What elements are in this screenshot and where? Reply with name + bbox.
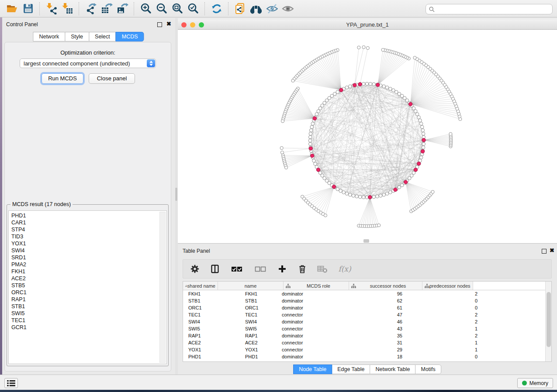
mcds-result-group: MCDS result (17 nodes) PHD1 CAR1 STP4 TI… — [7, 204, 169, 366]
mcds-result-item[interactable]: PMA2 — [9, 261, 166, 268]
table-panel-tab[interactable]: Network Table — [370, 364, 416, 374]
delete-table-button[interactable] — [317, 263, 328, 275]
function-builder-button[interactable]: f(x) — [337, 263, 353, 275]
float-panel-icon[interactable] — [157, 22, 162, 27]
export-image-button[interactable] — [114, 2, 130, 16]
show-panels-menu-button[interactable] — [4, 378, 18, 388]
zoom-in-button[interactable] — [138, 2, 154, 16]
column-header[interactable]: successor nodes — [349, 282, 422, 290]
mcds-result-item[interactable]: PHD1 — [9, 212, 166, 219]
search-input[interactable] — [437, 6, 543, 13]
new-network-from-selection-button[interactable] — [232, 2, 248, 16]
first-neighbors-button[interactable] — [248, 2, 264, 16]
memory-button[interactable]: Memory — [517, 378, 553, 388]
export-image-icon — [116, 3, 128, 14]
network-search-field[interactable] — [426, 4, 553, 14]
mcds-result-list[interactable]: PHD1 CAR1 STP4 TID3 YOX1 SWI4 SRD1 — [8, 210, 167, 364]
show-all-button[interactable] — [280, 2, 295, 16]
mcds-result-item[interactable]: STB1 — [9, 303, 166, 310]
mcds-result-item[interactable]: RAP1 — [9, 296, 166, 303]
cell-shared-name: RAP1 — [183, 333, 242, 338]
column-header-label: shared name — [187, 283, 215, 289]
save-session-button[interactable] — [20, 2, 36, 16]
column-header[interactable]: MCDS role — [284, 282, 349, 290]
import-network-button[interactable] — [44, 2, 59, 16]
delete-table-icon — [317, 265, 328, 273]
list-scrollbar-track[interactable] — [159, 212, 166, 363]
tab-label: Network — [39, 34, 59, 40]
cell-name: SWI5 — [242, 326, 277, 331]
table-row[interactable]: ORC1 ORC1 dominator 61 0 — [183, 304, 551, 311]
column-header[interactable]: shared name — [183, 282, 218, 290]
select-all-columns-button[interactable] — [229, 263, 244, 275]
mcds-result-item[interactable]: SWI4 — [9, 247, 166, 254]
table-scrollbar-track[interactable] — [545, 282, 551, 361]
table-row[interactable]: SWI4 SWI4 dominator 46 2 — [183, 318, 551, 325]
control-panel-tab[interactable]: Network — [33, 32, 65, 41]
mcds-result-item[interactable]: STB5 — [9, 282, 166, 289]
table-row[interactable]: RAP1 RAP1 dominator 35 2 — [183, 332, 551, 339]
export-network-button[interactable] — [83, 2, 99, 16]
mcds-result-item[interactable]: ACE2 — [9, 275, 166, 282]
cell-mcds-role: dominator — [277, 319, 342, 324]
mcds-result-item[interactable]: SWI5 — [9, 310, 166, 317]
mcds-result-item[interactable]: TEC1 — [9, 317, 166, 324]
cell-predecessor-nodes: 2 — [408, 333, 481, 338]
mcds-result-item[interactable]: YOX1 — [9, 240, 166, 247]
mcds-result-item[interactable]: GCR1 — [9, 324, 166, 331]
close-panel-icon[interactable]: ✖ — [166, 21, 171, 28]
table-row[interactable]: ACE2 ACE2 connector 31 1 — [183, 339, 551, 346]
mcds-result-item[interactable]: TID3 — [9, 233, 166, 240]
refresh-button[interactable] — [209, 2, 225, 16]
mcds-result-item[interactable]: ORC1 — [9, 289, 166, 296]
table-panel-tab[interactable]: Node Table — [293, 364, 332, 374]
unselect-all-columns-button[interactable] — [253, 263, 268, 275]
cell-mcds-role: connector — [277, 340, 342, 345]
create-column-button[interactable] — [277, 263, 288, 275]
control-panel-tab[interactable]: Style — [65, 32, 89, 41]
mcds-result-item[interactable]: FKH1 — [9, 268, 166, 275]
delete-column-button[interactable] — [297, 263, 308, 275]
zoom-out-button[interactable] — [154, 2, 170, 16]
show-column-panel-button[interactable] — [209, 263, 221, 275]
table-settings-button[interactable] — [189, 263, 201, 275]
control-panel-tab[interactable]: MCDS — [116, 32, 144, 41]
table-panel-tab[interactable]: Motifs — [415, 364, 441, 374]
network-graph[interactable] — [178, 30, 557, 243]
close-panel-icon[interactable]: ✖ — [550, 247, 554, 254]
zoom-selected-button[interactable] — [185, 2, 201, 16]
zoom-fit-button[interactable] — [170, 2, 185, 16]
gear-icon — [190, 264, 200, 274]
run-mcds-button[interactable]: Run MCDS — [42, 73, 83, 84]
float-panel-icon[interactable] — [542, 249, 547, 254]
table-row[interactable]: SWI5 SWI5 connector 43 1 — [183, 325, 551, 332]
network-canvas[interactable] — [178, 30, 557, 243]
cell-successor-nodes: 46 — [342, 319, 408, 324]
close-panel-button[interactable]: Close panel — [89, 73, 135, 84]
mcds-result-item[interactable]: STP4 — [9, 226, 166, 233]
column-header[interactable]: name — [218, 282, 284, 290]
table-row[interactable]: FKH1 FKH1 dominator 96 2 — [183, 290, 551, 297]
export-table-button[interactable] — [99, 2, 114, 16]
table-row[interactable]: YOX1 YOX1 connector 29 1 — [183, 346, 551, 353]
mcds-result-item[interactable]: SRD1 — [9, 254, 166, 261]
column-type-icon — [425, 284, 429, 288]
table-toolbar: f(x) — [183, 259, 552, 279]
table-row[interactable]: PHD1 PHD1 dominator 18 0 — [183, 353, 551, 360]
tab-label: Motifs — [421, 366, 435, 372]
divider-grip[interactable] — [175, 188, 177, 201]
table-row[interactable]: TEC1 TEC1 connector 47 2 — [183, 311, 551, 318]
table-panel-tab[interactable]: Edge Table — [332, 364, 370, 374]
optimization-criterion-dropdown[interactable]: largest connected component (undirected) — [20, 58, 156, 68]
network-window-titlebar[interactable]: YPA_prune.txt_1 — [178, 20, 557, 30]
import-table-button[interactable] — [59, 2, 75, 16]
open-session-button[interactable] — [4, 2, 20, 16]
table-row[interactable]: STB1 STB1 dominator 62 0 — [183, 297, 551, 304]
control-panel-title: Control Panel — [6, 21, 38, 28]
mcds-result-item[interactable]: CAR1 — [9, 219, 166, 226]
network-scrollbar-thumb[interactable] — [363, 239, 369, 243]
column-header[interactable]: predecessor nodes — [422, 282, 473, 290]
table-scrollbar-thumb[interactable] — [547, 292, 551, 347]
hide-selected-button[interactable] — [264, 2, 280, 16]
control-panel-tab[interactable]: Select — [89, 32, 116, 41]
